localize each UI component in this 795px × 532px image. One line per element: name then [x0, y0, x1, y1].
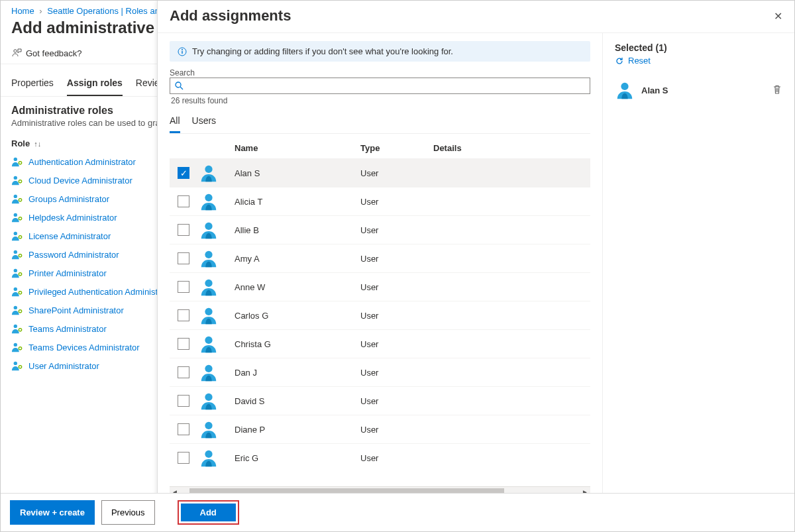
review-create-button[interactable]: Review + create	[10, 500, 95, 525]
row-type: User	[360, 197, 433, 207]
role-icon	[11, 341, 23, 353]
trash-icon[interactable]	[772, 84, 782, 97]
role-link[interactable]: Groups Administrator	[28, 194, 109, 204]
user-icon	[199, 163, 219, 183]
row-checkbox[interactable]	[178, 281, 189, 293]
reset-button[interactable]: Reset	[615, 56, 782, 66]
list-row[interactable]: Anne WUser	[170, 272, 590, 301]
user-icon	[199, 220, 219, 240]
list-row[interactable]: Alicia TUser	[170, 187, 590, 215]
user-icon	[199, 448, 219, 468]
search-icon	[175, 81, 184, 92]
role-link[interactable]: Printer Administrator	[28, 268, 107, 278]
svg-point-39	[205, 422, 212, 429]
svg-point-34	[205, 280, 212, 287]
row-checkbox[interactable]	[178, 338, 189, 350]
row-checkbox[interactable]	[178, 195, 189, 207]
list-row[interactable]: Allie BUser	[170, 215, 590, 244]
row-checkbox[interactable]	[178, 366, 189, 378]
feedback-label: Got feedback?	[26, 48, 82, 58]
row-type: User	[360, 168, 433, 178]
filter-tab-users[interactable]: Users	[192, 113, 217, 133]
breadcrumb-home[interactable]: Home	[11, 6, 34, 16]
user-icon	[199, 277, 219, 297]
row-checkbox[interactable]	[178, 309, 189, 321]
row-type: User	[360, 339, 433, 349]
row-checkbox[interactable]	[178, 252, 189, 264]
row-type: User	[360, 311, 433, 321]
row-type: User	[360, 282, 433, 292]
results-count: 26 results found	[170, 94, 590, 107]
list-row[interactable]: Amy AUser	[170, 244, 590, 272]
row-checkbox[interactable]	[178, 224, 189, 236]
role-icon	[11, 360, 23, 372]
filter-tab-all[interactable]: All	[170, 113, 180, 133]
user-icon	[199, 419, 219, 439]
list-row[interactable]: Diane PUser	[170, 415, 590, 443]
row-checkbox[interactable]: ✓	[178, 167, 189, 179]
row-name: Amy A	[235, 254, 360, 264]
role-icon	[11, 304, 23, 316]
svg-point-36	[205, 337, 212, 344]
svg-point-0	[14, 50, 17, 52]
row-checkbox[interactable]	[178, 395, 189, 407]
list-row[interactable]: Eric GUser	[170, 443, 590, 472]
role-link[interactable]: Teams Devices Administrator	[28, 343, 140, 352]
list-row[interactable]: Christa GUser	[170, 329, 590, 358]
row-name: Alicia T	[235, 197, 360, 207]
user-icon	[199, 362, 219, 382]
list-header: Name Type Details	[170, 138, 590, 158]
row-name: Christa G	[235, 339, 360, 349]
role-link[interactable]: Helpdesk Administrator	[28, 213, 117, 223]
row-checkbox[interactable]	[178, 452, 189, 464]
svg-point-40	[205, 451, 212, 458]
user-icon	[199, 305, 219, 325]
tab-assign-roles[interactable]: Assign roles	[67, 74, 123, 96]
col-type[interactable]: Type	[360, 143, 433, 153]
role-link[interactable]: Authentication Administrator	[28, 157, 136, 167]
role-link[interactable]: User Administrator	[28, 361, 99, 371]
add-button[interactable]: Add	[181, 504, 236, 521]
svg-point-31	[205, 194, 212, 201]
svg-point-19	[14, 325, 17, 328]
list-row[interactable]: Carlos GUser	[170, 301, 590, 329]
list-row[interactable]: Dan JUser	[170, 358, 590, 386]
row-name: Diane P	[235, 425, 360, 435]
svg-point-37	[205, 365, 212, 372]
col-details[interactable]: Details	[433, 143, 590, 153]
search-label: Search	[170, 68, 590, 78]
col-name[interactable]: Name	[235, 143, 360, 153]
svg-point-35	[205, 308, 212, 315]
svg-point-5	[14, 195, 17, 198]
reset-icon	[615, 56, 624, 66]
tab-properties[interactable]: Properties	[11, 74, 54, 96]
role-link[interactable]: SharePoint Administrator	[28, 305, 124, 315]
selected-panel: Selected (1) Reset Alan S	[602, 33, 794, 497]
previous-button[interactable]: Previous	[101, 500, 155, 525]
row-checkbox[interactable]	[178, 423, 189, 435]
user-list-scroll[interactable]: Name Type Details ✓Alan SUserAlicia TUse…	[170, 138, 590, 486]
close-icon[interactable]: ✕	[774, 10, 782, 23]
svg-point-11	[14, 250, 17, 254]
info-text: Try changing or adding filters if you do…	[192, 46, 453, 56]
role-link[interactable]: Privileged Authentication Administ	[28, 287, 158, 297]
svg-point-3	[14, 176, 17, 180]
svg-point-17	[14, 306, 17, 309]
info-banner: Try changing or adding filters if you do…	[170, 41, 590, 62]
svg-point-23	[14, 362, 17, 365]
role-link[interactable]: Teams Administrator	[28, 324, 107, 334]
role-link[interactable]: Password Administrator	[28, 250, 119, 260]
breadcrumb-item-operations[interactable]: Seattle Operations | Roles and	[47, 6, 164, 16]
list-row[interactable]: David SUser	[170, 386, 590, 415]
row-name: Anne W	[235, 282, 360, 292]
svg-line-29	[180, 87, 183, 89]
role-link[interactable]: Cloud Device Administrator	[28, 176, 132, 186]
svg-point-32	[205, 223, 212, 230]
role-link[interactable]: License Administrator	[28, 231, 111, 241]
person-feedback-icon	[11, 48, 22, 58]
svg-point-7	[14, 213, 17, 217]
row-type: User	[360, 453, 433, 463]
svg-point-30	[205, 166, 212, 173]
list-row[interactable]: ✓Alan SUser	[170, 158, 590, 187]
search-input[interactable]	[170, 78, 590, 94]
